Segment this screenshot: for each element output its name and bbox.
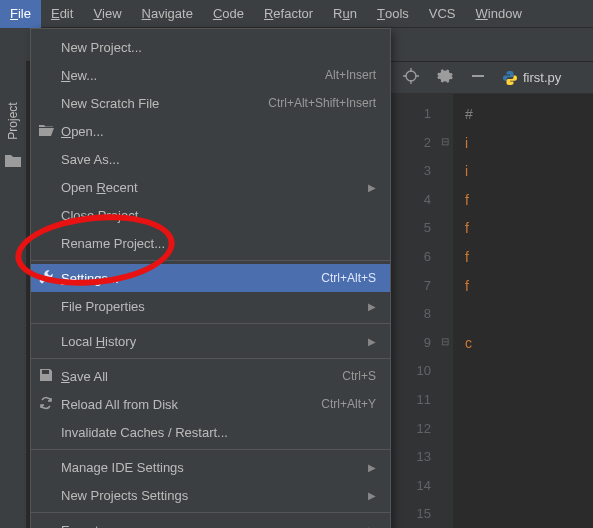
menu-edit[interactable]: Edit [41,0,83,28]
menu-item-settings[interactable]: Settings...Ctrl+Alt+S [31,264,390,292]
submenu-arrow-icon: ▶ [368,462,376,473]
menu-item-save-all[interactable]: Save AllCtrl+S [31,362,390,390]
code-line: # [465,100,593,129]
menu-separator [31,449,390,450]
minimize-icon[interactable] [471,69,485,87]
menu-item-label: New Scratch File [61,96,159,111]
shortcut-label: Alt+Insert [325,68,376,82]
menu-item-label: Open Recent [61,180,138,195]
python-icon [503,71,517,85]
menu-item-label: Invalidate Caches / Restart... [61,425,228,440]
submenu-arrow-icon: ▶ [368,336,376,347]
code-line: f [465,272,593,301]
menu-item-new-scratch-file[interactable]: New Scratch FileCtrl+Alt+Shift+Insert [31,89,390,117]
code-area[interactable]: #iiffffc [453,94,593,528]
menu-item-invalidate-caches-restart[interactable]: Invalidate Caches / Restart... [31,418,390,446]
menubar: FileEditViewNavigateCodeRefactorRunTools… [0,0,593,28]
project-label: Project [6,90,20,152]
fold-marker-icon[interactable]: ⊟ [441,328,449,357]
tab-filename: first.py [523,70,561,85]
menu-item-open[interactable]: Open... [31,117,390,145]
menu-item-new-project[interactable]: New Project... [31,33,390,61]
gear-icon[interactable] [437,68,453,88]
menu-item-label: New Projects Settings [61,488,188,503]
save-icon [38,368,54,385]
menu-separator [31,260,390,261]
code-editor[interactable]: ⊟ ⊟ 123456789101112131415 #iiffffc [391,94,593,528]
menu-item-reload-all-from-disk[interactable]: Reload All from DiskCtrl+Alt+Y [31,390,390,418]
menu-item-label: New... [61,68,97,83]
menu-vcs[interactable]: VCS [419,0,466,28]
menu-item-close-project[interactable]: Close Project [31,201,390,229]
line-gutter: ⊟ ⊟ 123456789101112131415 [391,94,453,528]
code-line [465,443,593,472]
submenu-arrow-icon: ▶ [368,490,376,501]
menu-item-label: Close Project [61,208,138,223]
menu-item-label: File Properties [61,299,145,314]
code-line: f [465,243,593,272]
code-line: f [465,186,593,215]
code-line: c [465,329,593,358]
line-number: 8 [395,300,431,329]
line-number: 4 [395,186,431,215]
menu-item-label: New Project... [61,40,142,55]
menu-run[interactable]: Run [323,0,367,28]
submenu-arrow-icon: ▶ [368,525,376,529]
menu-item-new-projects-settings[interactable]: New Projects Settings▶ [31,481,390,509]
menu-tools[interactable]: Tools [367,0,419,28]
submenu-arrow-icon: ▶ [368,182,376,193]
line-number: 11 [395,386,431,415]
line-number: 10 [395,357,431,386]
wrench-icon [38,270,54,287]
submenu-arrow-icon: ▶ [368,301,376,312]
code-line [465,300,593,329]
menu-item-export[interactable]: Export▶ [31,516,390,528]
menu-item-label: Save As... [61,152,120,167]
menu-item-manage-ide-settings[interactable]: Manage IDE Settings▶ [31,453,390,481]
shortcut-label: Ctrl+Alt+Y [321,397,376,411]
folder-icon [5,153,21,171]
code-line [465,386,593,415]
menu-item-local-history[interactable]: Local History▶ [31,327,390,355]
line-number: 1 [395,100,431,129]
sync-icon [38,396,54,413]
editor-toolbar: first.py [391,62,593,94]
editor-tab-first-py[interactable]: first.py [503,70,561,85]
line-number: 3 [395,157,431,186]
code-line [465,500,593,528]
project-tool-window-tab[interactable]: Project [0,28,26,528]
crosshair-icon[interactable] [403,68,419,88]
menu-item-new[interactable]: New...Alt+Insert [31,61,390,89]
menu-file[interactable]: File [0,0,41,28]
menu-item-open-recent[interactable]: Open Recent▶ [31,173,390,201]
menu-item-label: Export [61,523,99,529]
line-number: 5 [395,214,431,243]
menu-item-save-as[interactable]: Save As... [31,145,390,173]
menu-item-label: Reload All from Disk [61,397,178,412]
line-number: 15 [395,500,431,528]
menu-separator [31,358,390,359]
menu-item-label: Settings... [61,271,119,286]
menu-item-file-properties[interactable]: File Properties▶ [31,292,390,320]
menu-refactor[interactable]: Refactor [254,0,323,28]
menu-view[interactable]: View [83,0,131,28]
line-number: 6 [395,243,431,272]
line-number: 12 [395,415,431,444]
code-line: i [465,157,593,186]
line-number: 14 [395,472,431,501]
menu-code[interactable]: Code [203,0,254,28]
menu-navigate[interactable]: Navigate [132,0,203,28]
menu-item-label: Open... [61,124,104,139]
line-number: 13 [395,443,431,472]
menu-separator [31,512,390,513]
code-line [465,415,593,444]
code-line: f [465,214,593,243]
fold-marker-icon[interactable]: ⊟ [441,128,449,157]
shortcut-label: Ctrl+Alt+S [321,271,376,285]
menu-window[interactable]: Window [466,0,532,28]
shortcut-label: Ctrl+Alt+Shift+Insert [268,96,376,110]
file-menu-dropdown: New Project...New...Alt+InsertNew Scratc… [30,28,391,528]
code-line [465,472,593,501]
shortcut-label: Ctrl+S [342,369,376,383]
menu-item-rename-project[interactable]: Rename Project... [31,229,390,257]
